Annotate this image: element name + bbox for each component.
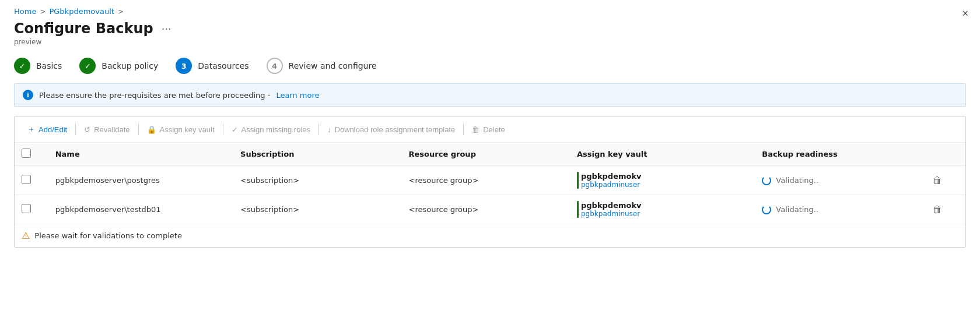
row1-green-bar xyxy=(577,172,579,189)
header-action xyxy=(923,143,965,166)
page: × Home > PGbkpdemovault > Configure Back… xyxy=(0,0,980,321)
add-edit-button[interactable]: ＋ Add/Edit xyxy=(22,121,73,137)
header-subscription: Subscription xyxy=(233,143,401,166)
data-table: Name Subscription Resource group Assign … xyxy=(15,143,965,224)
delete-label: Delete xyxy=(483,125,505,134)
row2-green-bar xyxy=(577,201,579,218)
step-datasources-circle: 3 xyxy=(176,58,192,74)
row1-spinner xyxy=(762,176,771,185)
row1-key-vault: pgbkpdemokv pgbkpadminuser xyxy=(570,166,755,195)
row2-subscription: <subscription> xyxy=(233,195,401,224)
row2-checkbox-cell xyxy=(15,195,48,224)
step-review-circle: 4 xyxy=(267,58,283,74)
learn-more-link[interactable]: Learn more xyxy=(276,91,319,100)
row2-kv-content: pgbkpdemokv pgbkpadminuser xyxy=(581,201,748,218)
breadcrumb: Home > PGbkpdemovault > xyxy=(14,7,966,16)
breadcrumb-vault[interactable]: PGbkpdemovault xyxy=(49,7,114,16)
row2-backup-readiness: Validating.. xyxy=(755,195,923,224)
revalidate-label: Revalidate xyxy=(94,125,130,134)
toolbar-sep2 xyxy=(138,124,139,135)
assign-key-vault-label: Assign key vault xyxy=(160,125,215,134)
step-datasources-label: Datasources xyxy=(198,61,249,70)
breadcrumb-sep2: > xyxy=(118,8,124,16)
header-checkbox-cell xyxy=(15,143,48,166)
row2-resource-group: <resource group> xyxy=(402,195,570,224)
table-area: ＋ Add/Edit ↺ Revalidate 🔒 Assign key vau… xyxy=(14,116,966,248)
checkmark-icon: ✓ xyxy=(232,125,238,134)
row2-checkbox[interactable] xyxy=(22,204,31,213)
select-all-checkbox[interactable] xyxy=(22,149,31,158)
row1-validating: Validating.. xyxy=(762,176,916,185)
lock-icon: 🔒 xyxy=(147,125,156,134)
row2-key-vault: pgbkpdemokv pgbkpadminuser xyxy=(570,195,755,224)
toolbar-sep1 xyxy=(75,124,76,135)
toolbar-sep4 xyxy=(318,124,319,135)
toolbar: ＋ Add/Edit ↺ Revalidate 🔒 Assign key vau… xyxy=(15,117,965,143)
table-footer: ⚠ Please wait for validations to complet… xyxy=(15,224,965,247)
row1-backup-readiness: Validating.. xyxy=(755,166,923,195)
toolbar-sep5 xyxy=(463,124,464,135)
stepper: ✓ Basics ✓ Backup policy 3 Datasources 4… xyxy=(0,46,980,83)
row2-name: pgbkpdemoserver\testdb01 xyxy=(48,195,233,224)
info-banner: i Please ensure the pre-requisites are m… xyxy=(14,83,966,107)
add-icon: ＋ xyxy=(27,124,35,135)
download-template-button[interactable]: ↓ Download role assignment template xyxy=(321,122,461,137)
title-menu-button[interactable]: ··· xyxy=(162,23,172,35)
delete-toolbar-button[interactable]: 🗑 Delete xyxy=(466,122,511,137)
revalidate-icon: ↺ xyxy=(84,125,90,134)
assign-missing-roles-label: Assign missing roles xyxy=(242,125,311,134)
row1-kv-user: pgbkpadminuser xyxy=(581,181,748,189)
header-name: Name xyxy=(48,143,233,166)
assign-key-vault-button[interactable]: 🔒 Assign key vault xyxy=(141,122,220,137)
header-resource-group: Resource group xyxy=(402,143,570,166)
row2-action: 🗑 xyxy=(923,195,965,224)
assign-missing-roles-button[interactable]: ✓ Assign missing roles xyxy=(226,122,317,137)
page-title: Configure Backup xyxy=(14,20,153,37)
step-datasources[interactable]: 3 Datasources xyxy=(176,58,266,74)
add-edit-label: Add/Edit xyxy=(38,125,67,134)
info-text: Please ensure the pre-requisites are met… xyxy=(39,91,270,100)
table-row: pgbkpdemoserver\testdb01 <subscription> … xyxy=(15,195,965,224)
row1-kv-bar: pgbkpdemokv pgbkpadminuser xyxy=(577,172,748,189)
revalidate-button[interactable]: ↺ Revalidate xyxy=(78,122,135,137)
row1-kv-content: pgbkpdemokv pgbkpadminuser xyxy=(581,172,748,189)
header-backup-readiness: Backup readiness xyxy=(755,143,923,166)
row1-subscription: <subscription> xyxy=(233,166,401,195)
row2-kv-bar: pgbkpdemokv pgbkpadminuser xyxy=(577,201,748,218)
row2-spinner xyxy=(762,205,771,214)
header: Home > PGbkpdemovault > Configure Backup… xyxy=(0,0,980,46)
row1-validating-text: Validating.. xyxy=(776,176,818,185)
download-icon: ↓ xyxy=(327,125,331,134)
breadcrumb-home[interactable]: Home xyxy=(14,7,36,16)
table-row: pgbkpdemoserver\postgres <subscription> … xyxy=(15,166,965,195)
info-icon: i xyxy=(23,90,33,100)
trash-icon-toolbar: 🗑 xyxy=(472,125,480,134)
warning-icon: ⚠ xyxy=(22,230,30,241)
close-button[interactable]: × xyxy=(962,8,968,19)
step-basics[interactable]: ✓ Basics xyxy=(14,58,79,74)
step-review-label: Review and configure xyxy=(289,61,377,70)
step-policy[interactable]: ✓ Backup policy xyxy=(79,58,176,74)
row2-validating-text: Validating.. xyxy=(776,205,818,214)
row2-validating: Validating.. xyxy=(762,205,916,214)
step-basics-label: Basics xyxy=(36,61,62,70)
row1-checkbox-cell xyxy=(15,166,48,195)
row2-kv-user: pgbkpadminuser xyxy=(581,210,748,218)
toolbar-sep3 xyxy=(223,124,223,135)
step-policy-label: Backup policy xyxy=(102,61,158,70)
step-policy-circle: ✓ xyxy=(79,58,96,74)
step-review[interactable]: 4 Review and configure xyxy=(267,58,394,74)
download-template-label: Download role assignment template xyxy=(335,125,456,134)
row1-checkbox[interactable] xyxy=(22,175,31,184)
footer-warning-text: Please wait for validations to complete xyxy=(34,231,182,240)
row1-delete-button[interactable]: 🗑 xyxy=(930,173,944,188)
row1-resource-group: <resource group> xyxy=(402,166,570,195)
header-assign-key-vault: Assign key vault xyxy=(570,143,755,166)
step-basics-circle: ✓ xyxy=(14,58,30,74)
row1-kv-name: pgbkpdemokv xyxy=(581,172,748,181)
row2-delete-button[interactable]: 🗑 xyxy=(930,202,944,217)
row1-name: pgbkpdemoserver\postgres xyxy=(48,166,233,195)
row2-kv-name: pgbkpdemokv xyxy=(581,201,748,210)
preview-label: preview xyxy=(14,38,966,46)
row1-action: 🗑 xyxy=(923,166,965,195)
